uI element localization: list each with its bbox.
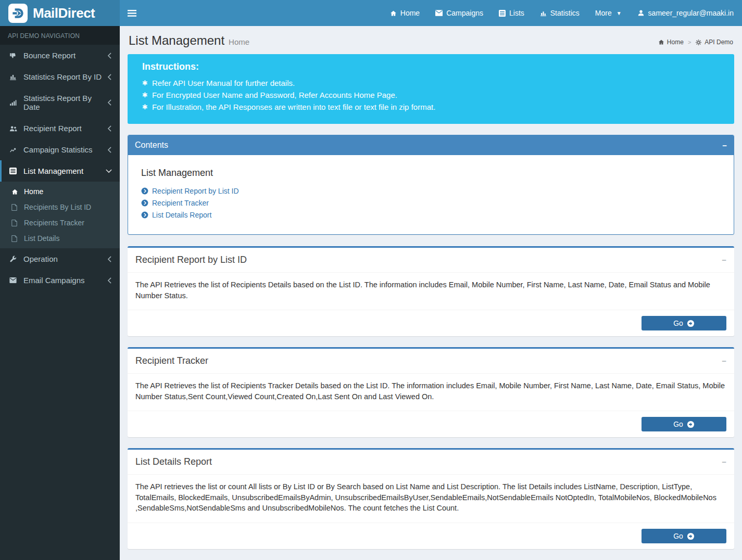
nav-label: More — [595, 9, 612, 17]
contents-panel-title: Contents — [135, 141, 168, 150]
sidebar-item-label: Statistics Report By ID — [23, 72, 102, 81]
asterisk-icon: ✱ — [142, 103, 148, 111]
toc-link-recipient-tracker[interactable]: Recipient Tracker — [141, 199, 721, 207]
content-wrapper: List ManagementHome Home > API Demo — [120, 26, 742, 560]
envelope-icon — [9, 277, 23, 283]
nav-item-campaigns[interactable]: Campaigns — [427, 0, 491, 26]
brand-name: MailDirect — [33, 5, 95, 21]
home-icon — [11, 188, 24, 195]
card-body-text: The API Retrieves the list of Recipients… — [128, 273, 734, 310]
card-footer: Go — [128, 523, 734, 549]
top-navbar: MailDirect Home Campaigns Lists Statisti… — [0, 0, 742, 26]
collapse-minus-icon[interactable]: − — [722, 256, 726, 264]
chevron-left-icon — [107, 53, 112, 59]
card-header: Recipient Report by List ID − — [128, 248, 734, 273]
nav-item-more[interactable]: More ▼ — [587, 0, 630, 26]
sidebar-item-statistics-report-by-id[interactable]: Statistics Report By ID — [0, 66, 120, 87]
sidebar-subitem-home[interactable]: Home — [0, 184, 120, 199]
card-footer: Go — [128, 411, 734, 437]
nav-user-email: sameer_regular@maaki.in — [648, 9, 734, 17]
content-header: List ManagementHome Home > API Demo — [128, 26, 734, 54]
sidebar-toggle-button[interactable] — [120, 0, 144, 26]
nav-item-home[interactable]: Home — [382, 0, 427, 26]
asterisk-icon: ✱ — [142, 91, 148, 99]
contents-panel-header: Contents − — [128, 135, 734, 155]
arrow-circle-right-icon — [687, 320, 695, 327]
collapse-minus-icon[interactable]: − — [722, 458, 726, 466]
sidebar-item-label: Recipient Report — [23, 124, 82, 133]
sidebar-subitem-recipients-by-list-id[interactable]: Recipients By List ID — [0, 199, 120, 215]
sidebar-subitem-recipients-tracker[interactable]: Recipients Tracker — [0, 215, 120, 231]
sidebar-subitem-label: Recipients By List ID — [24, 203, 91, 211]
contents-panel-body: List Management Recipient Report by List… — [128, 155, 734, 234]
chevron-left-icon — [107, 147, 112, 153]
card-title: Recipient Tracker — [135, 355, 208, 366]
nav-label: Home — [400, 9, 420, 17]
maildirect-logo-icon — [8, 4, 28, 23]
card-list-details-report: List Details Report − The API retrieves … — [128, 448, 734, 549]
breadcrumb: Home > API Demo — [658, 39, 733, 46]
sidebar: API DEMO NAVIGATION Bounce Report Statis… — [0, 26, 120, 560]
nav-item-user-account[interactable]: sameer_regular@maaki.in — [630, 0, 742, 26]
home-icon — [390, 10, 397, 17]
go-button-label: Go — [673, 532, 683, 540]
sidebar-item-bounce-report[interactable]: Bounce Report — [0, 45, 120, 66]
card-body-text: The API Retrieves the list of Recipients… — [128, 374, 734, 411]
sidebar-item-label: Bounce Report — [23, 51, 76, 60]
line-chart-icon — [9, 146, 23, 154]
sidebar-item-list-management[interactable]: List Management — [0, 160, 120, 182]
chevron-left-icon — [107, 256, 112, 262]
toc-link-list-details-report[interactable]: List Details Report — [141, 211, 721, 219]
contents-section-title: List Management — [141, 168, 721, 179]
sidebar-item-campaign-statistics[interactable]: Campaign Statistics — [0, 139, 120, 160]
arrow-circle-right-icon — [687, 421, 695, 428]
toc-link-label: Recipient Tracker — [152, 199, 209, 207]
bar-chart-icon — [9, 73, 23, 81]
page-subtitle: Home — [229, 37, 249, 46]
chevron-left-icon — [107, 125, 112, 132]
sidebar-submenu-list-management: Home Recipients By List ID Recipients Tr… — [0, 182, 120, 248]
hamburger-icon — [128, 10, 136, 17]
signal-icon — [9, 99, 23, 106]
instruction-text: For Illustration, the API Responses are … — [152, 103, 435, 111]
sidebar-item-label: Email Campaigns — [23, 276, 85, 285]
go-button-label: Go — [673, 420, 683, 428]
list-alt-icon — [9, 168, 17, 174]
chevron-circle-right-icon — [141, 187, 148, 195]
instruction-line: ✱Refer API User Manual for further detai… — [142, 79, 720, 87]
instruction-text: Refer API User Manual for further detail… — [152, 79, 295, 87]
chevron-circle-right-icon — [141, 211, 148, 219]
arrow-circle-right-icon — [687, 532, 695, 540]
main-area: List ManagementHome Home > API Demo — [120, 26, 742, 560]
toc-link-label: Recipient Report by List ID — [152, 187, 239, 195]
instructions-title: Instructions: — [142, 61, 720, 72]
go-button-list-details[interactable]: Go — [642, 529, 726, 543]
nav-item-lists[interactable]: Lists — [491, 0, 532, 26]
sidebar-subitem-label: List Details — [24, 234, 59, 243]
instruction-text: For Encrypted User Name and Password, Re… — [152, 91, 397, 99]
collapse-minus-icon[interactable]: − — [722, 357, 726, 365]
wrench-icon — [9, 256, 23, 263]
sidebar-subitem-label: Recipients Tracker — [24, 219, 84, 227]
home-icon — [658, 39, 664, 45]
breadcrumb-api-demo[interactable]: API Demo — [695, 39, 733, 46]
sidebar-item-label: List Management — [23, 167, 83, 175]
asterisk-icon: ✱ — [142, 79, 148, 87]
sidebar-item-email-campaigns[interactable]: Email Campaigns — [0, 270, 120, 291]
sidebar-item-recipient-report[interactable]: Recipient Report — [0, 118, 120, 139]
breadcrumb-home[interactable]: Home — [658, 39, 684, 46]
card-header: Recipient Tracker − — [128, 349, 734, 374]
sidebar-item-statistics-report-by-date[interactable]: Statistics Report By Date — [0, 87, 120, 118]
collapse-minus-icon[interactable]: − — [722, 142, 727, 149]
go-button-recipient-tracker[interactable]: Go — [642, 417, 726, 431]
sidebar-item-operation[interactable]: Operation — [0, 248, 120, 270]
navbar-main: Home Campaigns Lists Statistics More ▼ s… — [120, 0, 742, 26]
toc-link-recipient-report-by-list-id[interactable]: Recipient Report by List ID — [141, 187, 721, 195]
sidebar-subitem-list-details[interactable]: List Details — [0, 231, 120, 246]
card-footer: Go — [128, 310, 734, 336]
brand-logo[interactable]: MailDirect — [0, 0, 120, 26]
nav-label: Statistics — [550, 9, 580, 17]
go-button-recipient-report[interactable]: Go — [642, 316, 726, 330]
nav-item-statistics[interactable]: Statistics — [532, 0, 587, 26]
chevron-down-icon — [106, 169, 112, 173]
